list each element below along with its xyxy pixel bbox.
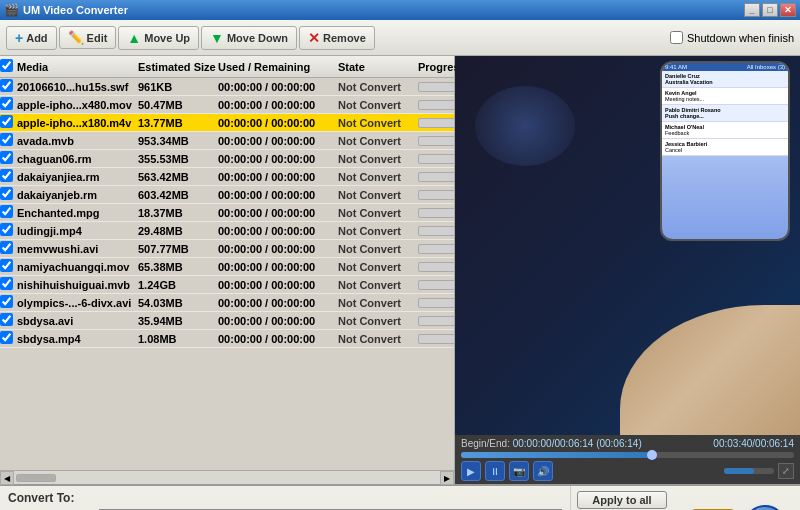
remove-button[interactable]: ✕ Remove xyxy=(299,26,375,50)
row-state-3: Not Convert xyxy=(338,135,418,147)
row-state-13: Not Convert xyxy=(338,315,418,327)
seek-bar-fill xyxy=(461,452,654,458)
row-checkbox-1[interactable] xyxy=(0,97,13,112)
hand-image xyxy=(620,305,800,435)
table-row[interactable]: apple-ipho...x180.m4v 13.77MB 00:00:00 /… xyxy=(0,114,454,132)
table-row[interactable]: ludingji.mp4 29.48MB 00:00:00 / 00:00:00… xyxy=(0,222,454,240)
table-row[interactable]: memvwushi.avi 507.77MB 00:00:00 / 00:00:… xyxy=(0,240,454,258)
volume-slider[interactable] xyxy=(724,468,774,474)
row-media-4: chaguan06.rm xyxy=(13,153,138,165)
row-checkbox-4[interactable] xyxy=(0,151,13,166)
row-state-12: Not Convert xyxy=(338,297,418,309)
phone-screen: 9:41 AMAll Inboxes (3) Danielle Cruz Aus… xyxy=(662,63,788,239)
expand-button[interactable]: ⤢ xyxy=(778,463,794,479)
add-button[interactable]: + Add xyxy=(6,26,57,50)
volume-button[interactable]: 🔊 xyxy=(533,461,553,481)
edit-button[interactable]: ✏️ Edit xyxy=(59,26,117,49)
scroll-left-btn[interactable]: ◀ xyxy=(0,471,14,485)
seek-bar[interactable] xyxy=(461,452,794,458)
close-button[interactable]: ✕ xyxy=(780,3,796,17)
mail-item-2: Kevin Angel Meeting notes... xyxy=(662,88,788,105)
row-checkbox-3[interactable] xyxy=(0,133,13,148)
player-controls: Begin/End: 00:00:00/00:06:14 (00:06:14) … xyxy=(455,435,800,484)
remove-icon: ✕ xyxy=(308,30,320,46)
row-checkbox-11[interactable] xyxy=(0,277,13,292)
row-checkbox-13[interactable] xyxy=(0,313,13,328)
row-state-9: Not Convert xyxy=(338,243,418,255)
row-used-8: 00:00:00 / 00:00:00 xyxy=(218,225,338,237)
row-media-5: dakaiyanjiea.rm xyxy=(13,171,138,183)
move-down-button[interactable]: ▼ Move Down xyxy=(201,26,297,50)
apply-to-all-button[interactable]: Apply to all xyxy=(577,491,667,509)
row-checkbox-5[interactable] xyxy=(0,169,13,184)
table-row[interactable]: dakaiyanjiea.rm 563.42MB 00:00:00 / 00:0… xyxy=(0,168,454,186)
horizontal-scrollbar[interactable]: ◀ ▶ xyxy=(0,470,454,484)
row-size-3: 953.34MB xyxy=(138,135,218,147)
row-size-0: 961KB xyxy=(138,81,218,93)
join-convert-area: JOIN ↻ CONVERT xyxy=(680,486,800,510)
row-checkbox-14[interactable] xyxy=(0,331,13,346)
row-checkbox-0[interactable] xyxy=(0,79,13,94)
row-state-1: Not Convert xyxy=(338,99,418,111)
convert-big-button[interactable]: ↻ CONVERT xyxy=(741,505,790,511)
add-icon: + xyxy=(15,30,23,46)
play-button[interactable]: ▶ xyxy=(461,461,481,481)
phone-preview: 9:41 AMAll Inboxes (3) Danielle Cruz Aus… xyxy=(455,56,800,435)
row-checkbox-8[interactable] xyxy=(0,223,13,238)
table-row[interactable]: Enchanted.mpg 18.37MB 00:00:00 / 00:00:0… xyxy=(0,204,454,222)
row-media-12: olympics-...-6-divx.avi xyxy=(13,297,138,309)
snapshot-button[interactable]: 📷 xyxy=(509,461,529,481)
file-list-scroll[interactable]: 20106610...hu15s.swf 961KB 00:00:00 / 00… xyxy=(0,78,454,470)
row-media-9: memvwushi.avi xyxy=(13,243,138,255)
select-all-checkbox[interactable] xyxy=(0,59,13,72)
row-progress-10 xyxy=(418,262,454,272)
move-up-button[interactable]: ▲ Move Up xyxy=(118,26,199,50)
row-media-14: sbdysa.mp4 xyxy=(13,333,138,345)
pause-button[interactable]: ⏸ xyxy=(485,461,505,481)
row-used-2: 00:00:00 / 00:00:00 xyxy=(218,117,338,129)
row-checkbox-2[interactable] xyxy=(0,115,13,130)
scroll-right-btn[interactable]: ▶ xyxy=(440,471,454,485)
row-state-6: Not Convert xyxy=(338,189,418,201)
table-row[interactable]: namiyachuangqi.mov 65.38MB 00:00:00 / 00… xyxy=(0,258,454,276)
row-used-0: 00:00:00 / 00:00:00 xyxy=(218,81,338,93)
row-state-11: Not Convert xyxy=(338,279,418,291)
seek-handle[interactable] xyxy=(647,450,657,460)
scroll-thumb[interactable] xyxy=(16,474,56,482)
mail-item-1: Danielle Cruz Australia Vacation xyxy=(662,71,788,88)
row-checkbox-10[interactable] xyxy=(0,259,13,274)
table-row[interactable]: dakaiyanjeb.rm 603.42MB 00:00:00 / 00:00… xyxy=(0,186,454,204)
move-up-icon: ▲ xyxy=(127,30,141,46)
table-row[interactable]: sbdysa.mp4 1.08MB 00:00:00 / 00:00:00 No… xyxy=(0,330,454,348)
phone-mockup: 9:41 AMAll Inboxes (3) Danielle Cruz Aus… xyxy=(660,61,790,241)
mail-item-4: Michael O'Neal Feedback xyxy=(662,122,788,139)
preview-area: 9:41 AMAll Inboxes (3) Danielle Cruz Aus… xyxy=(455,56,800,484)
row-checkbox-12[interactable] xyxy=(0,295,13,310)
row-used-12: 00:00:00 / 00:00:00 xyxy=(218,297,338,309)
row-used-4: 00:00:00 / 00:00:00 xyxy=(218,153,338,165)
shutdown-checkbox[interactable] xyxy=(670,31,683,44)
phone-status-bar: 9:41 AMAll Inboxes (3) xyxy=(662,63,788,71)
row-checkbox-9[interactable] xyxy=(0,241,13,256)
row-progress-14 xyxy=(418,334,454,344)
row-size-8: 29.48MB xyxy=(138,225,218,237)
row-progress-1 xyxy=(418,100,454,110)
table-row[interactable]: nishihuishuiguai.mvb 1.24GB 00:00:00 / 0… xyxy=(0,276,454,294)
row-media-7: Enchanted.mpg xyxy=(13,207,138,219)
row-media-0: 20106610...hu15s.swf xyxy=(13,81,138,93)
row-progress-13 xyxy=(418,316,454,326)
table-row[interactable]: sbdysa.avi 35.94MB 00:00:00 / 00:00:00 N… xyxy=(0,312,454,330)
current-time: 00:03:40/00:06:14 xyxy=(713,438,794,449)
table-row[interactable]: avada.mvb 953.34MB 00:00:00 / 00:00:00 N… xyxy=(0,132,454,150)
minimize-button[interactable]: _ xyxy=(744,3,760,17)
row-media-8: ludingji.mp4 xyxy=(13,225,138,237)
maximize-button[interactable]: □ xyxy=(762,3,778,17)
table-row[interactable]: apple-ipho...x480.mov 50.47MB 00:00:00 /… xyxy=(0,96,454,114)
row-checkbox-6[interactable] xyxy=(0,187,13,202)
table-row[interactable]: olympics-...-6-divx.avi 54.03MB 00:00:00… xyxy=(0,294,454,312)
table-row[interactable]: chaguan06.rm 355.53MB 00:00:00 / 00:00:0… xyxy=(0,150,454,168)
row-used-6: 00:00:00 / 00:00:00 xyxy=(218,189,338,201)
table-row[interactable]: 20106610...hu15s.swf 961KB 00:00:00 / 00… xyxy=(0,78,454,96)
row-checkbox-7[interactable] xyxy=(0,205,13,220)
row-progress-11 xyxy=(418,280,454,290)
